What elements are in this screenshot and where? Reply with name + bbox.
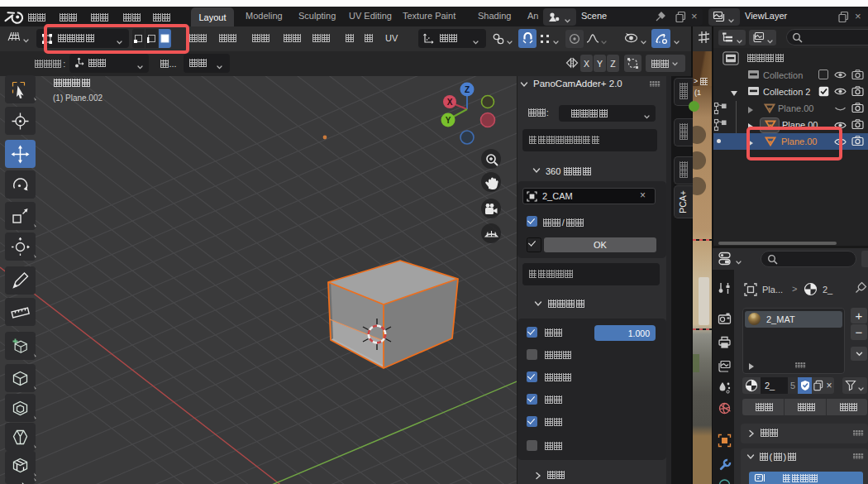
- svg-text:X: X: [447, 98, 453, 107]
- svg-text:Z: Z: [465, 85, 470, 94]
- svg-text:Y: Y: [446, 116, 451, 125]
